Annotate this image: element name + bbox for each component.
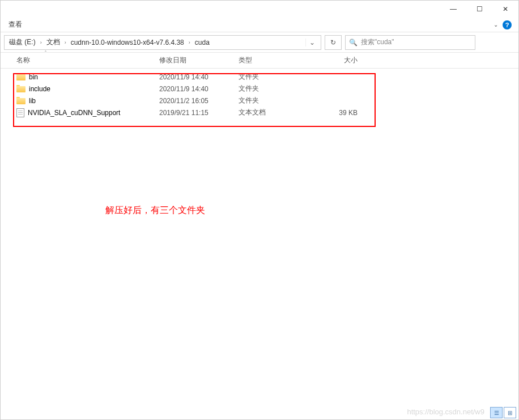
file-name-label: lib (29, 97, 36, 105)
menubar: 查看 ⌄ ? (1, 18, 518, 32)
window-controls: — ☐ ✕ (440, 1, 518, 18)
folder-icon (16, 97, 25, 104)
titlebar: — ☐ ✕ (1, 1, 518, 18)
breadcrumb-item-cuda[interactable]: cuda (193, 37, 212, 48)
view-details-button[interactable]: ☰ (490, 407, 503, 418)
refresh-button[interactable]: ↻ (325, 35, 342, 50)
breadcrumb-separator-icon[interactable]: › (39, 40, 43, 45)
file-row[interactable]: NVIDIA_SLA_cuDNN_Support2019/9/21 11:15文… (1, 107, 518, 118)
file-name-cell: lib (11, 97, 159, 105)
search-icon: 🔍 (349, 39, 358, 46)
sort-indicator-icon: ˆ (45, 50, 46, 56)
address-bar-row: 磁盘 (E:) › 文档 › cudnn-10.0-windows10-x64-… (1, 32, 518, 53)
search-box[interactable]: 🔍 搜索"cuda" (345, 35, 475, 50)
file-name-cell: NVIDIA_SLA_cuDNN_Support (11, 108, 159, 117)
file-date-cell: 2020/11/9 14:40 (159, 73, 239, 81)
column-headers: 名称 ˆ 修改日期 类型 大小 (1, 53, 518, 69)
file-row[interactable]: bin2020/11/9 14:40文件夹 (1, 71, 518, 83)
file-name-label: NVIDIA_SLA_cuDNN_Support (28, 109, 120, 117)
breadcrumb-item-cudnn[interactable]: cudnn-10.0-windows10-x64-v7.6.4.38 (69, 37, 186, 48)
annotation-text: 解压好后，有三个文件夹 (105, 205, 205, 217)
file-size-cell: 39 KB (307, 109, 369, 117)
file-row[interactable]: include2020/11/9 14:40文件夹 (1, 83, 518, 95)
breadcrumb-separator-icon[interactable]: › (188, 40, 192, 45)
file-type-cell: 文件夹 (239, 72, 307, 82)
folder-icon (16, 85, 25, 92)
file-date-cell: 2020/11/9 14:40 (159, 85, 239, 93)
column-header-name[interactable]: 名称 ˆ (11, 56, 159, 65)
watermark-text: https://blog.csdn.net/w9 (407, 408, 484, 416)
file-date-cell: 2019/9/21 11:15 (159, 109, 239, 117)
breadcrumb: 磁盘 (E:) › 文档 › cudnn-10.0-windows10-x64-… (7, 36, 305, 48)
menubar-right: ⌄ ? (494, 20, 515, 29)
close-button[interactable]: ✕ (492, 1, 518, 18)
minimize-button[interactable]: — (440, 1, 466, 18)
help-icon[interactable]: ? (503, 20, 512, 29)
file-row[interactable]: lib2020/11/2 16:05文件夹 (1, 95, 518, 107)
file-name-label: include (29, 85, 50, 93)
file-name-label: bin (29, 73, 38, 81)
menubar-left: 查看 (4, 19, 27, 31)
file-icon (16, 108, 24, 117)
column-header-size[interactable]: 大小 (307, 56, 369, 65)
address-box[interactable]: 磁盘 (E:) › 文档 › cudnn-10.0-windows10-x64-… (4, 35, 321, 50)
file-date-cell: 2020/11/2 16:05 (159, 97, 239, 105)
file-type-cell: 文本文档 (239, 108, 307, 117)
file-name-cell: include (11, 85, 159, 93)
breadcrumb-separator-icon[interactable]: › (63, 40, 67, 45)
menu-view[interactable]: 查看 (4, 19, 27, 31)
folder-icon (16, 73, 25, 80)
view-large-icons-button[interactable]: ⊞ (504, 407, 516, 418)
file-type-cell: 文件夹 (239, 96, 307, 105)
column-name-label: 名称 (16, 56, 30, 64)
maximize-button[interactable]: ☐ (466, 1, 492, 18)
breadcrumb-item-drive[interactable]: 磁盘 (E:) (7, 36, 38, 48)
address-dropdown-icon[interactable]: ⌄ (305, 39, 318, 46)
statusbar: ☰ ⊞ (488, 406, 518, 419)
search-placeholder: 搜索"cuda" (361, 37, 394, 47)
file-list: bin2020/11/9 14:40文件夹include2020/11/9 14… (1, 69, 518, 121)
file-type-cell: 文件夹 (239, 84, 307, 94)
column-header-type[interactable]: 类型 (239, 56, 307, 65)
breadcrumb-item-docs[interactable]: 文档 (44, 36, 62, 48)
file-name-cell: bin (11, 73, 159, 81)
column-header-date[interactable]: 修改日期 (159, 56, 239, 65)
refresh-icon: ↻ (330, 39, 336, 46)
ribbon-toggle-icon[interactable]: ⌄ (494, 22, 498, 28)
